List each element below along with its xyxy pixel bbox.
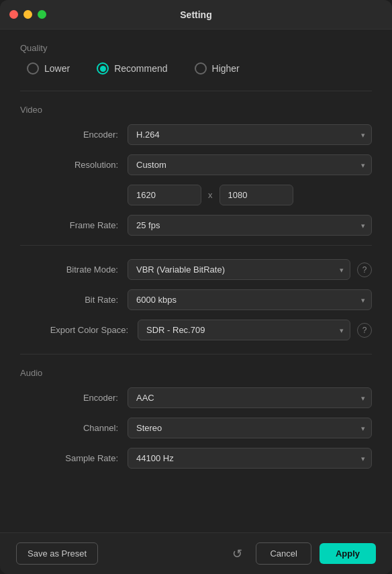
audio-samplerate-select[interactable]: 44100 Hz 48000 Hz 22050 Hz bbox=[128, 448, 372, 469]
audio-channel-label: Channel: bbox=[20, 423, 128, 433]
video-colorspace-label: Export Color Space: bbox=[20, 325, 138, 335]
audio-samplerate-label: Sample Rate: bbox=[20, 453, 128, 463]
main-content: Quality Lower Recommend Higher bbox=[0, 30, 392, 532]
minimize-button[interactable] bbox=[23, 10, 32, 19]
video-resolution-select[interactable]: Custom 1920x1080 1280x720 3840x2160 bbox=[128, 154, 372, 175]
close-button[interactable] bbox=[9, 10, 18, 19]
video-bitrate-wrapper: 6000 kbps 8000 kbps 10000 kbps ▾ bbox=[128, 289, 372, 310]
video-resolution-wrapper: Custom 1920x1080 1280x720 3840x2160 ▾ bbox=[128, 154, 372, 175]
video-encoder-row: Encoder: H.264 H.265 ProRes ▾ bbox=[20, 124, 372, 145]
video-custom-resolution-row: x bbox=[20, 185, 372, 205]
resolution-height-input[interactable] bbox=[219, 185, 293, 205]
resolution-width-input[interactable] bbox=[128, 185, 201, 205]
save-preset-button[interactable]: Save as Preset bbox=[16, 542, 98, 565]
quality-lower-label: Lower bbox=[44, 63, 70, 74]
video-bitrate-select[interactable]: 6000 kbps 8000 kbps 10000 kbps bbox=[128, 289, 372, 310]
maximize-button[interactable] bbox=[38, 10, 46, 19]
video-label: Video bbox=[20, 105, 372, 115]
video-encoder-select[interactable]: H.264 H.265 ProRes bbox=[128, 124, 372, 145]
audio-samplerate-row: Sample Rate: 44100 Hz 48000 Hz 22050 Hz … bbox=[20, 448, 372, 469]
video-colorspace-row: Export Color Space: SDR - Rec.709 HDR - … bbox=[20, 320, 372, 340]
divider-3 bbox=[20, 354, 372, 354]
resolution-separator: x bbox=[208, 190, 213, 200]
resolution-inputs: x bbox=[128, 185, 372, 205]
quality-label: Quality bbox=[20, 43, 372, 53]
audio-encoder-row: Encoder: AAC MP3 PCM ▾ bbox=[20, 387, 372, 408]
video-resolution-label: Resolution: bbox=[20, 160, 128, 170]
video-framerate-label: Frame Rate: bbox=[20, 220, 128, 230]
video-bitrate-row: Bit Rate: 6000 kbps 8000 kbps 10000 kbps… bbox=[20, 289, 372, 310]
quality-recommend-radio-inner bbox=[100, 66, 106, 72]
video-bitratemode-select[interactable]: VBR (Variable BitRate) CBR (Constant Bit… bbox=[128, 259, 350, 280]
divider-1 bbox=[20, 91, 372, 91]
quality-higher-option[interactable]: Higher bbox=[195, 62, 240, 75]
audio-channel-select[interactable]: Stereo Mono bbox=[128, 418, 372, 438]
quality-higher-label: Higher bbox=[212, 63, 240, 74]
video-bitrate-label: Bit Rate: bbox=[20, 295, 128, 305]
footer: Save as Preset ↺ Cancel Apply bbox=[0, 532, 392, 574]
audio-channel-wrapper: Stereo Mono ▾ bbox=[128, 418, 372, 438]
window-title: Setting bbox=[180, 9, 211, 20]
quality-recommend-radio[interactable] bbox=[97, 62, 109, 75]
video-resolution-row: Resolution: Custom 1920x1080 1280x720 38… bbox=[20, 154, 372, 175]
audio-samplerate-wrapper: 44100 Hz 48000 Hz 22050 Hz ▾ bbox=[128, 448, 372, 469]
audio-section: Audio Encoder: AAC MP3 PCM ▾ Channel: bbox=[20, 368, 372, 469]
audio-encoder-select[interactable]: AAC MP3 PCM bbox=[128, 387, 372, 408]
quality-section: Quality Lower Recommend Higher bbox=[20, 43, 372, 75]
cancel-button[interactable]: Cancel bbox=[256, 542, 311, 565]
titlebar: Setting bbox=[0, 0, 392, 30]
window-controls bbox=[9, 10, 46, 19]
bitratemode-help-icon[interactable]: ? bbox=[357, 262, 372, 277]
video-colorspace-select[interactable]: SDR - Rec.709 HDR - Rec.2020 bbox=[138, 320, 350, 340]
quality-recommend-option[interactable]: Recommend bbox=[97, 62, 167, 75]
video-encoder-label: Encoder: bbox=[20, 130, 128, 140]
video-framerate-wrapper: 25 fps 30 fps 60 fps 24 fps ▾ bbox=[128, 215, 372, 236]
audio-label: Audio bbox=[20, 368, 372, 378]
video-section: Video Encoder: H.264 H.265 ProRes ▾ Reso… bbox=[20, 105, 372, 340]
settings-window: Setting Quality Lower Recommend bbox=[0, 0, 392, 574]
quality-lower-radio[interactable] bbox=[27, 62, 39, 75]
video-colorspace-wrapper: SDR - Rec.709 HDR - Rec.2020 ▾ bbox=[138, 320, 350, 340]
quality-radio-group: Lower Recommend Higher bbox=[20, 62, 372, 75]
quality-recommend-label: Recommend bbox=[114, 63, 167, 74]
video-bitratemode-wrapper: VBR (Variable BitRate) CBR (Constant Bit… bbox=[128, 259, 350, 280]
video-framerate-row: Frame Rate: 25 fps 30 fps 60 fps 24 fps … bbox=[20, 215, 372, 236]
video-framerate-select[interactable]: 25 fps 30 fps 60 fps 24 fps bbox=[128, 215, 372, 236]
audio-channel-row: Channel: Stereo Mono ▾ bbox=[20, 418, 372, 438]
divider-2 bbox=[20, 245, 372, 246]
quality-higher-radio[interactable] bbox=[195, 62, 207, 75]
video-bitratemode-row: Bitrate Mode: VBR (Variable BitRate) CBR… bbox=[20, 259, 372, 280]
quality-lower-option[interactable]: Lower bbox=[27, 62, 70, 75]
reset-button[interactable]: ↺ bbox=[227, 544, 248, 564]
audio-encoder-label: Encoder: bbox=[20, 393, 128, 403]
apply-button[interactable]: Apply bbox=[320, 543, 376, 564]
video-encoder-wrapper: H.264 H.265 ProRes ▾ bbox=[128, 124, 372, 145]
audio-encoder-wrapper: AAC MP3 PCM ▾ bbox=[128, 387, 372, 408]
colorspace-help-icon[interactable]: ? bbox=[357, 323, 372, 338]
video-bitratemode-label: Bitrate Mode: bbox=[20, 265, 128, 275]
